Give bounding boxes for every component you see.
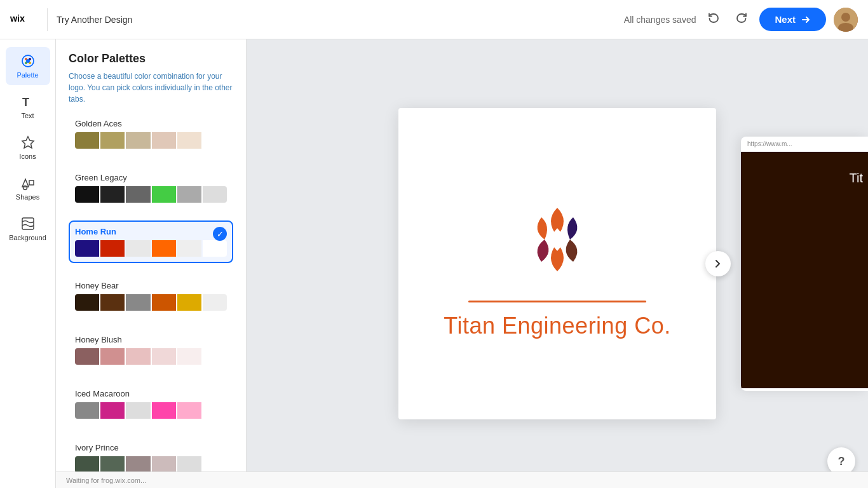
browser-url: https://www.m... <box>741 137 868 152</box>
sidebar-item-icons-label: Icons <box>19 152 36 160</box>
logo-divider <box>468 301 646 302</box>
saved-status: All changes saved <box>624 15 696 25</box>
next-button[interactable]: Next <box>759 8 826 31</box>
sidebar-item-text[interactable]: T Text <box>6 88 50 126</box>
topbar-title: Try Another Design <box>57 15 132 25</box>
browser-mockup: https://www.m... Tit <box>741 137 868 391</box>
svg-marker-15 <box>548 228 567 251</box>
canvas-area: Titan Engineering Co. https://www.m... T… <box>247 39 868 488</box>
palette-item-golden-aces[interactable]: Golden Aces <box>69 112 233 155</box>
avatar[interactable] <box>834 8 858 32</box>
next-page-button[interactable] <box>705 251 731 276</box>
topbar-divider <box>47 8 48 31</box>
main-layout: Palette T Text Icons Shapes <box>0 39 868 488</box>
palette-item-honey-bear[interactable]: Honey Bear <box>69 274 233 317</box>
svg-point-2 <box>841 13 850 22</box>
icon-sidebar: Palette T Text Icons Shapes <box>0 39 56 488</box>
sidebar-item-background[interactable]: Background <box>6 210 50 248</box>
palette-header: Color Palettes Choose a beautiful color … <box>56 39 246 112</box>
topbar: wix Try Another Design All changes saved… <box>0 0 868 39</box>
sidebar-item-icons[interactable]: Icons <box>6 128 50 166</box>
browser-content-title: Tit <box>850 171 863 186</box>
logo-preview-card: Titan Engineering Co. <box>398 108 716 419</box>
undo-button[interactable] <box>703 8 724 31</box>
browser-content: Tit <box>741 152 868 388</box>
palette-item-iced-macaroon[interactable]: Iced Macaroon <box>69 383 233 425</box>
logo-icon-area <box>506 189 608 290</box>
sidebar-item-shapes-label: Shapes <box>16 193 39 201</box>
palette-list: Golden AcesGreen LegacyHome Run✓Honey Be… <box>56 112 246 488</box>
palette-description: Choose a beautiful color combination for… <box>69 71 233 105</box>
status-bar: Waiting for frog.wix.com... <box>56 471 868 488</box>
palette-panel: Color Palettes Choose a beautiful color … <box>56 39 247 488</box>
sidebar-item-background-label: Background <box>9 234 46 241</box>
svg-text:T: T <box>22 96 29 109</box>
svg-rect-14 <box>22 218 34 229</box>
sidebar-item-palette[interactable]: Palette <box>6 47 50 85</box>
sidebar-item-palette-label: Palette <box>17 71 38 79</box>
palette-item-home-run[interactable]: Home Run✓ <box>69 220 233 263</box>
svg-marker-11 <box>22 137 34 148</box>
sidebar-item-shapes[interactable]: Shapes <box>6 169 50 207</box>
topbar-right: All changes saved Next <box>624 8 858 32</box>
svg-text:wix: wix <box>10 13 25 23</box>
svg-point-9 <box>26 59 30 63</box>
logo-company-name: Titan Engineering Co. <box>444 313 670 339</box>
redo-button[interactable] <box>731 8 752 31</box>
sidebar-item-text-label: Text <box>21 112 34 119</box>
palette-title: Color Palettes <box>69 52 233 65</box>
palette-item-honey-blush[interactable]: Honey Blush <box>69 329 233 371</box>
selected-checkmark: ✓ <box>213 227 227 241</box>
palette-item-green-legacy[interactable]: Green Legacy <box>69 166 233 209</box>
svg-rect-12 <box>29 180 34 185</box>
logo-graphic <box>506 189 608 290</box>
wix-logo: wix <box>10 4 38 35</box>
status-text: Waiting for frog.wix.com... <box>66 477 146 484</box>
